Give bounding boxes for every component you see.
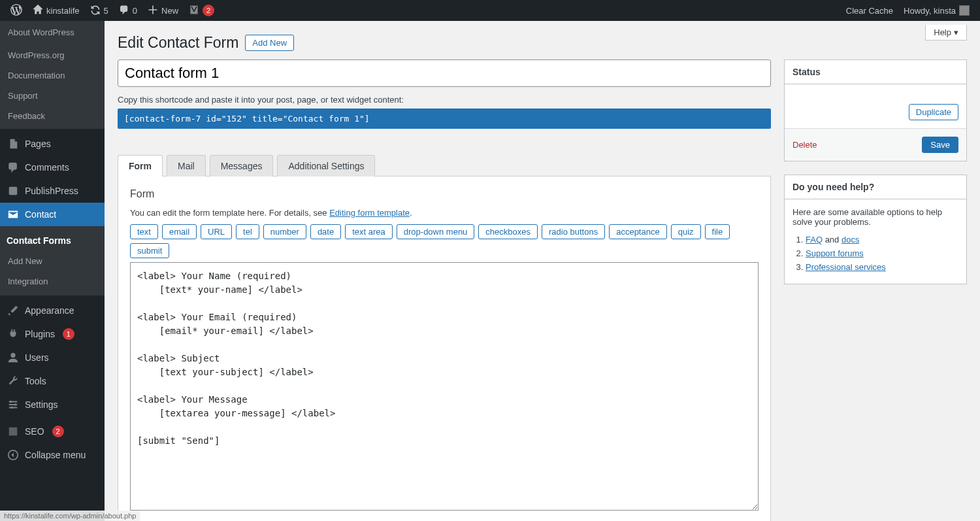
tab-mail[interactable]: Mail	[167, 155, 206, 176]
help-box-intro: Here are some available options to help …	[792, 207, 958, 227]
form-panel-heading: Form	[130, 188, 759, 200]
sidebar-item-pages[interactable]: Pages	[0, 132, 105, 156]
editing-template-link[interactable]: Editing form template	[329, 208, 410, 218]
status-box: Status Duplicate Delete Save	[784, 59, 967, 161]
site-name-text: kinstalife	[46, 6, 80, 16]
faq-link[interactable]: FAQ	[806, 235, 823, 244]
sidebar-item-add-new[interactable]: Add New	[0, 251, 105, 271]
sidebar-item-settings[interactable]: Settings	[0, 393, 105, 416]
sidebar-item-integration[interactable]: Integration	[0, 271, 105, 292]
tab-messages[interactable]: Messages	[210, 155, 274, 176]
tag-button-tel[interactable]: tel	[236, 224, 259, 239]
duplicate-button[interactable]: Duplicate	[909, 104, 958, 120]
plugins-count-badge: 1	[63, 328, 74, 340]
support-forums-link[interactable]: Support forums	[806, 248, 864, 258]
sidebar-item-appearance[interactable]: Appearance	[0, 299, 105, 322]
tag-button-URL[interactable]: URL	[201, 224, 232, 239]
tag-button-radio-buttons[interactable]: radio buttons	[542, 224, 605, 239]
help-item-pro: Professional services	[806, 262, 958, 272]
user-icon	[7, 351, 20, 364]
mail-icon	[7, 208, 20, 221]
browser-status-url: https://kinstalife.com/wp-admin/about.ph…	[0, 511, 140, 521]
avatar	[959, 5, 970, 16]
svg-point-3	[14, 403, 17, 406]
help-item-support: Support forums	[806, 248, 958, 258]
brush-icon	[7, 304, 20, 317]
sidebar-item-tools[interactable]: Tools	[0, 369, 105, 393]
wordpress-icon	[10, 4, 22, 18]
form-panel-desc: You can edit the form template here. For…	[130, 208, 759, 218]
pro-services-link[interactable]: Professional services	[806, 262, 886, 272]
publishpress-icon	[7, 184, 20, 197]
form-template-textarea[interactable]	[130, 262, 759, 511]
tag-button-acceptance[interactable]: acceptance	[609, 224, 667, 239]
sidebar-item-users[interactable]: Users	[0, 346, 105, 369]
status-box-title: Status	[785, 60, 966, 84]
sidebar-item-contact[interactable]: Contact	[0, 203, 105, 226]
home-icon	[33, 5, 43, 17]
tag-button-submit[interactable]: submit	[130, 243, 169, 258]
shortcode-box[interactable]: [contact-form-7 id="152" title="Contact …	[118, 109, 771, 129]
sidebar-item-seo[interactable]: SEO2	[0, 420, 105, 443]
tag-button-checkboxes[interactable]: checkboxes	[478, 224, 538, 239]
save-button[interactable]: Save	[922, 137, 958, 153]
sidebar-item-feedback[interactable]: Feedback	[0, 106, 105, 126]
add-new-button[interactable]: Add New	[245, 35, 294, 51]
delete-link[interactable]: Delete	[792, 140, 817, 150]
yoast-icon	[189, 5, 199, 17]
shortcode-hint: Copy this shortcode and paste it into yo…	[118, 95, 771, 105]
updates-link[interactable]: 5	[85, 0, 114, 21]
tag-button-date[interactable]: date	[310, 224, 341, 239]
sidebar-collapse[interactable]: Collapse menu	[0, 443, 105, 467]
main-content: Help▾ Edit Contact Form Add New Copy thi…	[105, 21, 980, 521]
plug-icon	[7, 328, 20, 341]
sidebar-item-plugins[interactable]: Plugins1	[0, 322, 105, 346]
howdy-text: Howdy, kinsta	[904, 6, 956, 16]
tag-button-text-area[interactable]: text area	[345, 224, 393, 239]
tag-button-quiz[interactable]: quiz	[671, 224, 701, 239]
help-tab[interactable]: Help▾	[925, 25, 967, 41]
yoast-link[interactable]: 2	[184, 0, 220, 21]
tab-form[interactable]: Form	[118, 155, 163, 176]
svg-rect-0	[9, 187, 18, 195]
svg-point-4	[10, 407, 13, 409]
chevron-down-icon: ▾	[954, 27, 958, 37]
tab-additional[interactable]: Additional Settings	[277, 155, 375, 176]
yoast-icon	[7, 425, 20, 438]
tag-button-drop-down-menu[interactable]: drop-down menu	[397, 224, 475, 239]
admin-bar: kinstalife 5 0 New 2 Clear Cache Howdy, …	[0, 0, 980, 21]
tag-buttons: textemailURLtelnumberdatetext areadrop-d…	[130, 224, 759, 258]
svg-point-2	[10, 401, 12, 403]
site-name-link[interactable]: kinstalife	[27, 0, 85, 21]
clear-cache-link[interactable]: Clear Cache	[841, 0, 898, 21]
help-box: Do you need help? Here are some availabl…	[784, 175, 967, 284]
form-title-input[interactable]	[118, 59, 771, 87]
sidebar-item-about[interactable]: About WordPress	[0, 21, 105, 42]
new-label: New	[161, 6, 178, 16]
tag-button-file[interactable]: file	[705, 224, 730, 239]
comments-link[interactable]: 0	[114, 0, 142, 21]
sidebar-item-comments[interactable]: Comments	[0, 156, 105, 179]
sidebar-item-support[interactable]: Support	[0, 86, 105, 106]
comments-count: 0	[133, 6, 137, 16]
collapse-icon	[7, 448, 20, 462]
new-content-link[interactable]: New	[142, 0, 184, 21]
wp-logo[interactable]	[5, 0, 27, 21]
account-link[interactable]: Howdy, kinsta	[898, 0, 975, 21]
svg-point-1	[10, 353, 15, 358]
sidebar-item-publishpress[interactable]: PublishPress	[0, 179, 105, 203]
wrench-icon	[7, 375, 20, 388]
refresh-icon	[90, 5, 101, 17]
tag-button-email[interactable]: email	[162, 224, 197, 239]
yoast-count-badge: 2	[203, 5, 214, 16]
pages-icon	[7, 137, 20, 150]
plus-icon	[148, 5, 158, 17]
tag-button-number[interactable]: number	[263, 224, 306, 239]
sidebar-item-wporg[interactable]: WordPress.org	[0, 45, 105, 65]
sliders-icon	[7, 398, 20, 411]
updates-count: 5	[104, 6, 108, 16]
tag-button-text[interactable]: text	[130, 224, 158, 239]
docs-link[interactable]: docs	[841, 235, 859, 244]
sidebar-item-docs[interactable]: Documentation	[0, 65, 105, 86]
sidebar-item-contact-forms[interactable]: Contact Forms	[0, 230, 105, 251]
